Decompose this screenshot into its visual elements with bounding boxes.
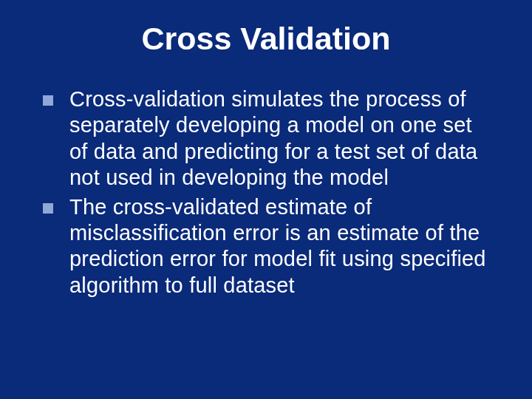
bullet-list: Cross-validation simulates the process o… — [30, 86, 502, 299]
list-item: The cross-validated estimate of misclass… — [43, 194, 495, 299]
list-item: Cross-validation simulates the process o… — [43, 86, 495, 191]
slide-container: Cross Validation Cross-validation simula… — [0, 0, 532, 399]
square-bullet-icon — [43, 203, 53, 214]
square-bullet-icon — [43, 95, 53, 106]
bullet-text: Cross-validation simulates the process o… — [69, 86, 495, 191]
slide-title: Cross Validation — [30, 21, 502, 57]
bullet-text: The cross-validated estimate of misclass… — [69, 194, 495, 299]
